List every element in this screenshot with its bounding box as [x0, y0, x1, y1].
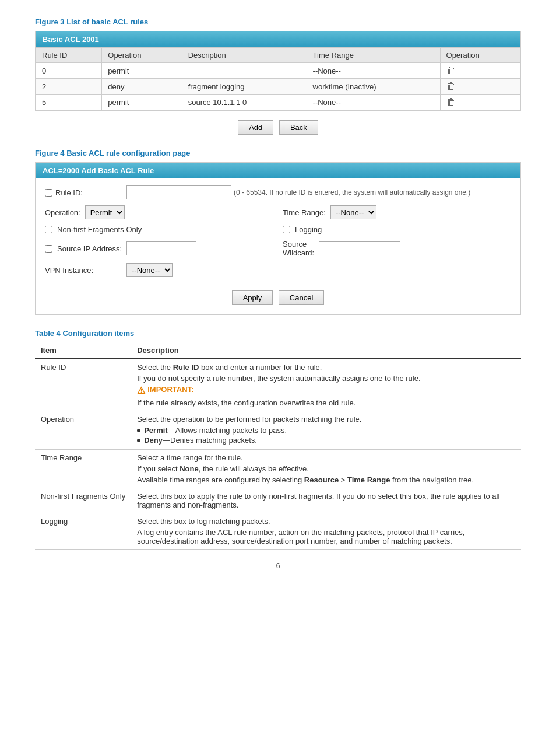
cell-time-range: --None--	[307, 94, 440, 110]
apply-button[interactable]: Apply	[232, 290, 273, 305]
cell-rule-id: 5	[36, 94, 102, 110]
cell-time-range: --None--	[307, 63, 440, 79]
logging-col: Logging	[283, 225, 511, 234]
source-ip-row: Source IP Address: SourceWildcard:	[45, 240, 511, 257]
cell-delete[interactable]: 🗑	[440, 79, 520, 94]
delete-icon[interactable]: 🗑	[446, 81, 456, 91]
rule-id-label: Rule ID:	[45, 188, 126, 197]
table-row: Operation Select the operation to be per…	[35, 411, 521, 450]
back-button[interactable]: Back	[279, 120, 318, 135]
bullet-deny: Deny—Denies matching packets.	[137, 436, 515, 444]
description-cell: Select this box to log matching packets.…	[131, 513, 521, 550]
config-items-table: Item Description Rule ID Select the Rule…	[35, 342, 521, 550]
cell-description: source 10.1.1.1 0	[182, 94, 307, 110]
figure4-section: Figure 4 Basic ACL rule configuration pa…	[35, 149, 521, 315]
table-row: 2 deny fragment logging worktime (Inacti…	[36, 79, 520, 94]
cell-rule-id: 2	[36, 79, 102, 94]
bullet-dot	[137, 429, 140, 432]
source-wildcard-label: SourceWildcard:	[283, 240, 314, 257]
table4-title: Table 4 Configuration items	[35, 329, 521, 338]
description-cell: Select this box to apply the rule to onl…	[131, 488, 521, 513]
description-cell: Select a time range for the rule. If you…	[131, 450, 521, 488]
col-description-header: Description	[131, 342, 521, 359]
col-operation: Operation	[102, 48, 182, 63]
time-range-select[interactable]: --None--	[330, 205, 376, 219]
desc-line1: Select the operation to be performed for…	[137, 415, 515, 424]
desc-line1: Select this box to log matching packets.	[137, 517, 515, 526]
cell-description: fragment logging	[182, 79, 307, 94]
figure3-panel-header: Basic ACL 2001	[36, 32, 520, 47]
table-row: Rule ID Select the Rule ID box and enter…	[35, 359, 521, 411]
figure3-panel: Basic ACL 2001 Rule ID Operation Descrip…	[35, 31, 521, 111]
add-button[interactable]: Add	[238, 120, 273, 135]
rule-id-hint: (0 - 65534. If no rule ID is entered, th…	[234, 188, 470, 197]
cell-operation: permit	[102, 63, 182, 79]
description-cell: Select the Rule ID box and enter a numbe…	[131, 359, 521, 411]
acl-rules-table: Rule ID Operation Description Time Range…	[36, 47, 520, 110]
operation-timerange-row: Operation: Permit Deny Time Range: --Non…	[45, 205, 511, 219]
fragments-col: Non-first Fragments Only	[45, 225, 273, 234]
table4-section: Table 4 Configuration items Item Descrip…	[35, 329, 521, 550]
cell-delete[interactable]: 🗑	[440, 94, 520, 110]
item-cell: Logging	[35, 513, 131, 550]
page-number: 6	[35, 561, 521, 570]
desc-line2: A log entry contains the ACL rule number…	[137, 528, 515, 545]
timerange-col: Time Range: --None--	[283, 205, 511, 219]
cell-rule-id: 0	[36, 63, 102, 79]
figure3-section: Figure 3 List of basic ACL rules Basic A…	[35, 18, 521, 135]
important-text: IMPORTANT:	[147, 385, 193, 394]
logging-checkbox[interactable]	[283, 226, 290, 233]
desc-line2: If you select None, the rule will always…	[137, 464, 515, 473]
table-row: 0 permit --None-- 🗑	[36, 63, 520, 79]
cell-delete[interactable]: 🗑	[440, 63, 520, 79]
operation-select[interactable]: Permit Deny	[85, 205, 125, 219]
bullet-permit: Permit—Allows matching packets to pass.	[137, 426, 515, 435]
delete-icon[interactable]: 🗑	[446, 65, 456, 75]
table-row: Time Range Select a time range for the r…	[35, 450, 521, 488]
bullet-text: Deny—Denies matching packets.	[144, 436, 257, 444]
cell-description	[182, 63, 307, 79]
non-first-fragments-checkbox[interactable]	[45, 226, 52, 233]
source-ip-input[interactable]	[126, 242, 196, 256]
rule-id-row: Rule ID: (0 - 65534. If no rule ID is en…	[45, 186, 511, 200]
item-cell: Non-first Fragments Only	[35, 488, 131, 513]
bullet-text: Permit—Allows matching packets to pass.	[144, 426, 287, 435]
col-description: Description	[182, 48, 307, 63]
desc-line3: Available time ranges are configured by …	[137, 475, 515, 484]
table-row: Logging Select this box to log matching …	[35, 513, 521, 550]
rule-id-checkbox[interactable]	[45, 189, 52, 197]
figure4-panel: ACL=2000 Add Basic ACL Rule Rule ID: (0 …	[35, 162, 521, 315]
item-cell: Time Range	[35, 450, 131, 488]
cell-operation: deny	[102, 79, 182, 94]
delete-icon[interactable]: 🗑	[446, 97, 456, 107]
source-wildcard-input[interactable]	[319, 242, 400, 256]
item-cell: Rule ID	[35, 359, 131, 411]
desc-line1: Select the Rule ID box and enter a numbe…	[137, 363, 515, 372]
fragments-logging-row: Non-first Fragments Only Logging	[45, 225, 511, 234]
rule-id-input[interactable]	[126, 186, 231, 200]
vpn-instance-select[interactable]: --None--	[126, 263, 173, 277]
important-block: ⚠ IMPORTANT:	[137, 385, 515, 396]
item-cell: Operation	[35, 411, 131, 450]
source-ip-checkbox[interactable]	[45, 245, 52, 253]
col-op-action: Operation	[440, 48, 520, 63]
col-time-range: Time Range	[307, 48, 440, 63]
figure4-panel-header: ACL=2000 Add Basic ACL Rule	[36, 163, 520, 178]
time-range-label: Time Range:	[283, 208, 326, 217]
figure3-title: Figure 3 List of basic ACL rules	[35, 18, 521, 26]
table-row: Non-first Fragments Only Select this box…	[35, 488, 521, 513]
source-ip-label: Source IP Address:	[57, 244, 122, 253]
source-wildcard-col: SourceWildcard:	[283, 240, 511, 257]
important-icon: ⚠	[137, 385, 145, 396]
col-item: Item	[35, 342, 131, 359]
figure4-title: Figure 4 Basic ACL rule configuration pa…	[35, 149, 521, 158]
vpn-instance-label: VPN Instance:	[45, 266, 126, 275]
table-row: 5 permit source 10.1.1.1 0 --None-- 🗑	[36, 94, 520, 110]
config-form: Rule ID: (0 - 65534. If no rule ID is en…	[36, 178, 520, 314]
logging-label: Logging	[295, 225, 322, 234]
col-rule-id: Rule ID	[36, 48, 102, 63]
cancel-button[interactable]: Cancel	[279, 290, 324, 305]
operation-col: Operation: Permit Deny	[45, 205, 273, 219]
figure3-buttons: Add Back	[35, 120, 521, 135]
non-first-fragments-label: Non-first Fragments Only	[57, 225, 142, 234]
